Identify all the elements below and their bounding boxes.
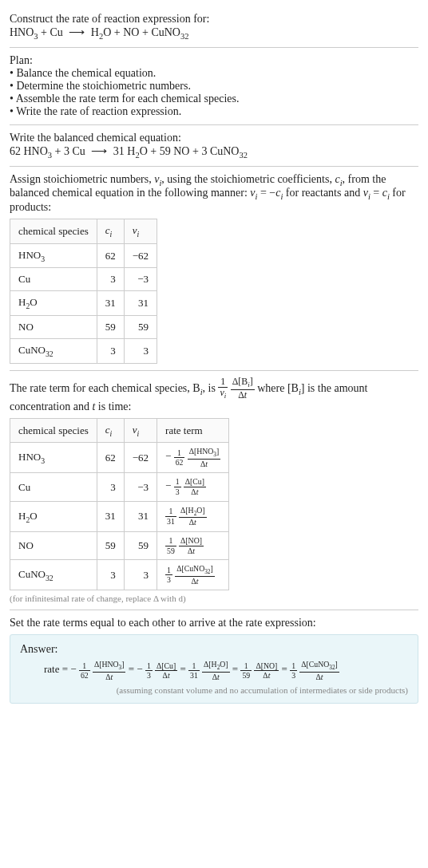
table-row: H2O 31 31 [10,291,157,316]
unbalanced-equation: HNO3 + Cu ⟶ H2O + NO + CuNO32 [10,26,418,41]
plan-item: Assemble the rate term for each chemical… [10,93,418,105]
balanced-intro: Write the balanced chemical equation: [10,132,418,144]
answer-equation: rate = − 162 Δ[HNO3]Δt = − 13 Δ[Cu]Δt = … [44,661,408,681]
plan-section: Plan: Balance the chemical equation. Det… [10,48,418,124]
plan-heading: Plan: [10,54,418,67]
table-row: Cu 3 −3 − 13 Δ[Cu]Δt [10,473,229,502]
stoich-intro: Assign stoichiometric numbers, νi, using… [10,173,418,215]
construct-title: Construct the rate of reaction expressio… [10,13,418,26]
table-row: NO 59 59 [10,315,157,338]
species-cu: Cu [50,26,63,38]
table-row: HNO3 62 −62 [10,243,157,268]
species-hno3: HNO3 [10,26,38,38]
stoich-section: Assign stoichiometric numbers, νi, using… [10,167,418,370]
rateterm-intro: The rate term for each chemical species,… [10,377,418,413]
reaction-arrow: ⟶ [69,26,85,39]
rateterm-section: The rate term for each chemical species,… [10,371,418,610]
table-row: Cu 3 −3 [10,268,157,291]
species-h2o: H2O [91,26,112,38]
balanced-section: Write the balanced chemical equation: 62… [10,125,418,166]
header-section: Construct the rate of reaction expressio… [10,6,418,47]
table-row: CuNO32 3 3 13 Δ[CuNO32]Δt [10,560,229,590]
stoich-table: chemical species ci νi HNO3 62 −62 Cu 3 … [10,219,157,363]
table-header-row: chemical species ci νi rate term [10,418,229,443]
species-cuno32: CuNO32 [151,26,188,38]
rateterm-table: chemical species ci νi rate term HNO3 62… [10,418,229,591]
rateterm-note: (for infinitesimal rate of change, repla… [10,594,418,603]
final-section: Set the rate terms equal to each other t… [10,610,418,710]
col-nui: νi [124,219,157,244]
table-row: HNO3 62 −62 − 162 Δ[HNO3]Δt [10,443,229,473]
answer-box: Answer: rate = − 162 Δ[HNO3]Δt = − 13 Δ[… [10,634,418,704]
answer-label: Answer: [20,643,408,656]
table-row: NO 59 59 159 Δ[NO]Δt [10,531,229,560]
col-nui: νi [124,418,157,443]
table-row: H2O 31 31 131 Δ[H2O]Δt [10,501,229,531]
plan-item: Balance the chemical equation. [10,67,418,80]
plan-item: Write the rate of reaction expression. [10,105,418,118]
col-species: chemical species [10,219,97,244]
balanced-equation: 62 HNO3 + 3 Cu ⟶ 31 H2O + 59 NO + 3 CuNO… [10,144,418,160]
species-no: NO [123,26,139,38]
col-ci: ci [97,219,124,244]
col-species: chemical species [10,418,97,443]
answer-note: (assuming constant volume and no accumul… [20,685,408,695]
table-header-row: chemical species ci νi [10,219,157,244]
plan-item: Determine the stoichiometric numbers. [10,80,418,93]
final-intro: Set the rate terms equal to each other t… [10,617,418,629]
col-ci: ci [97,418,124,443]
col-rate: rate term [157,418,229,443]
table-row: CuNO32 3 3 [10,338,157,363]
plan-list: Balance the chemical equation. Determine… [10,67,418,118]
